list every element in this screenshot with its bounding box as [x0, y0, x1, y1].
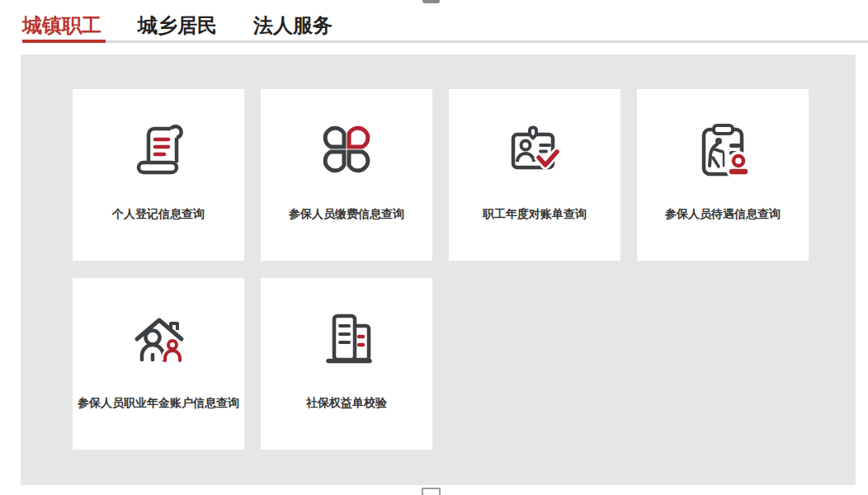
card-social-security-rights-verification[interactable]: 社保权益单校验	[261, 278, 432, 450]
tab-urban-employees[interactable]: 城镇职工	[22, 14, 101, 37]
card-payment-info-query[interactable]: 参保人员缴费信息查询	[261, 89, 432, 261]
card-personal-registration-query[interactable]: 个人登记信息查询	[73, 89, 244, 261]
service-card-label: 参保人员待遇信息查询	[665, 207, 781, 222]
service-card-label: 个人登记信息查询	[112, 207, 205, 222]
scroll-document-icon	[129, 120, 188, 179]
tab-urban-rural-residents[interactable]: 城乡居民	[138, 14, 217, 37]
service-card-label: 参保人员缴费信息查询	[289, 207, 404, 222]
service-card-label: 社保权益单校验	[306, 396, 387, 411]
clover-icon	[317, 120, 376, 179]
clipboard-elderly-icon	[693, 120, 752, 179]
buildings-icon	[317, 309, 376, 368]
card-annual-statement-query[interactable]: 职工年度对账单查询	[449, 89, 620, 261]
tab-legal-person-services[interactable]: 法人服务	[253, 14, 333, 37]
services-panel: 个人登记信息查询 参保人员缴费信息查询	[21, 54, 856, 485]
service-card-label: 职工年度对账单查询	[483, 207, 587, 222]
card-occupational-pension-query[interactable]: 参保人员职业年金账户信息查询	[73, 278, 244, 450]
page: { "colors": { "accent_red": "#bb342c", "…	[0, 0, 868, 495]
house-people-icon	[129, 309, 188, 368]
bottom-partial-button[interactable]	[422, 488, 441, 495]
tab-list: 城镇职工 城乡居民 法人服务	[22, 14, 333, 37]
tabs-bar: 城镇职工 城乡居民 法人服务	[0, 0, 868, 54]
tab-underline-track	[22, 40, 868, 43]
card-benefits-info-query[interactable]: 参保人员待遇信息查询	[637, 89, 809, 261]
active-tab-indicator	[22, 40, 106, 43]
service-card-label: 参保人员职业年金账户信息查询	[78, 396, 239, 411]
services-grid: 个人登记信息查询 参保人员缴费信息查询	[73, 89, 809, 450]
id-card-check-icon	[505, 120, 564, 179]
